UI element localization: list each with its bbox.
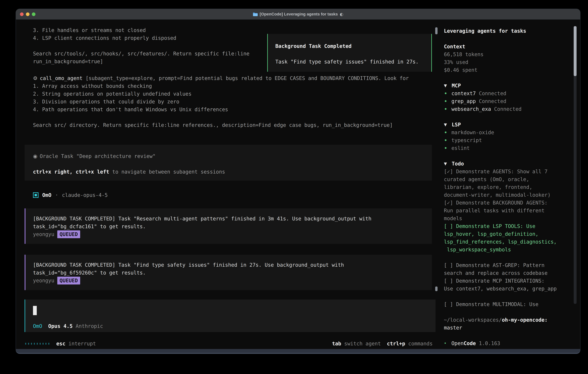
session-title: Leveraging agents for tasks: [444, 27, 526, 35]
todo-line: [ ] Demonstrate AST-GREP: Pattern: [444, 261, 557, 269]
target-icon: ◉: [33, 153, 37, 159]
message-line: task_id="bg_6f59260c" to get results.: [33, 269, 424, 277]
todo-line: [ ] Demonstrate MULTIMODAL: Use: [444, 300, 557, 308]
todo-line: [ ] Demonstrate LSP TOOLS: Use: [444, 222, 557, 230]
esc-key-label: interrupt: [68, 340, 96, 348]
context-header: Context: [444, 43, 465, 51]
git-branch: master: [444, 324, 462, 332]
oracle-hint: ctrl+x right, ctrl+x left to navigate be…: [33, 168, 423, 176]
tool-args: [subagent_type=explore, prompt=Find pote…: [83, 75, 409, 81]
mcp-status: Connected: [479, 98, 506, 104]
path-prefix: ~/local-workspaces/: [444, 317, 502, 323]
folder-icon: [253, 12, 258, 16]
separator-dot: ·: [55, 191, 58, 199]
sidebar: Leveraging agents for tasks Context 66,5…: [435, 20, 580, 349]
esc-key-hint: esc: [56, 340, 65, 348]
bullet-icon: •: [444, 136, 447, 144]
context-tokens: 66,518 tokens: [444, 51, 483, 58]
blank-line: [33, 113, 409, 121]
status-bar: esc interrupt tab switch agent ctrl+p co…: [25, 340, 433, 348]
todo-line: librarian, explore, frontend,: [444, 183, 557, 191]
bullet-icon: •: [444, 90, 447, 97]
chevron-down-icon[interactable]: ▼: [444, 121, 452, 129]
sidebar-scrollbar-track[interactable]: [574, 26, 577, 304]
hint-keys: ctrl+x right, ctrl+x left: [33, 169, 109, 175]
app-window: [OpenCode] Leveraging agents for tasks ◐…: [16, 9, 580, 353]
oracle-header: ◉Oracle Task "Deep architecture review": [33, 152, 423, 160]
titlebar: [OpenCode] Leveraging agents for tasks ◐: [16, 9, 580, 20]
todo-line: Use context7, websearch_exa, grep_app: [444, 285, 557, 292]
tool-args-tail: Search src/ directory. Return specific f…: [33, 121, 409, 129]
task-completed-message: [BACKGROUND TASK COMPLETED] Task "Resear…: [25, 208, 432, 244]
message-meta: yeongyuQUEUED: [33, 230, 424, 238]
prompt-input[interactable]: OmO Opus 4.5 Anthropic: [25, 300, 435, 332]
scrollback-line: run_in_background=true]: [33, 58, 250, 65]
username: yeongyu: [33, 231, 54, 237]
background-task-toast: Background Task Completed Task "Find typ…: [267, 34, 432, 72]
lsp-name: eslint: [452, 144, 470, 152]
todo-line: lsp_find_references, lsp_diagnostics,: [444, 238, 557, 246]
terminal-content: 3. File handles or streams not closed 4.…: [16, 20, 580, 349]
blank-line: [33, 160, 423, 168]
todo-line: [ ] Demonstrate MCP INTEGRATIONS:: [444, 277, 557, 285]
todo-line: lsp_workspace_symbols: [444, 246, 557, 254]
todo-line: models: [444, 215, 557, 222]
status-badge: QUEUED: [57, 277, 80, 284]
lsp-name: typescript: [452, 136, 482, 144]
bullet-icon: •: [444, 129, 447, 136]
blank-line: [444, 292, 557, 300]
tool-arg-item: 1. Array access without bounds checking: [33, 82, 409, 90]
bullet-icon: •: [444, 144, 447, 152]
mcp-name: context7: [452, 91, 476, 96]
app-name: Open: [452, 341, 463, 346]
username: yeongyu: [33, 278, 54, 283]
scrollback-line: 4. LSP client connections not properly d…: [33, 34, 250, 42]
todo-line: curated agents (OmO, oracle,: [444, 176, 557, 183]
chevron-down-icon[interactable]: ▼: [444, 82, 452, 90]
todo-line: [✓] Demonstrate BACKGROUND AGENTS:: [444, 199, 557, 207]
todo-line: lsp_hover, lsp_goto_definition,: [444, 230, 557, 238]
tool-arg-item: 2. String operations on potentially unde…: [33, 90, 409, 98]
lsp-name: markdown-oxide: [452, 129, 494, 136]
window-bottom-edge: [16, 349, 580, 353]
gear-icon: ⚙: [33, 75, 37, 81]
mcp-header-label: MCP: [452, 82, 461, 90]
todo-header-label: Todo: [452, 160, 464, 168]
agent-name: OmO: [42, 191, 51, 199]
message-line: [BACKGROUND TASK COMPLETED] Task "Resear…: [33, 215, 424, 223]
tool-call-line: ⚙call_omo_agent [subagent_type=explore, …: [33, 74, 409, 82]
hint-text: to navigate between subagent sessions: [109, 169, 225, 175]
session-state-icon: ◐: [340, 12, 343, 17]
context-spent: $0.46 spent: [444, 66, 477, 74]
mcp-name: grep_app: [452, 98, 476, 104]
sidebar-scrollbar-thumb[interactable]: [574, 26, 577, 76]
tab-key-hint: tab: [332, 340, 341, 348]
app-version: 1.0.163: [479, 341, 500, 346]
activity-spinner-dots: [25, 343, 49, 345]
chevron-down-icon[interactable]: ▼: [444, 160, 452, 168]
text-cursor: [33, 306, 37, 315]
task-completed-message: [BACKGROUND TASK COMPLETED] Task "Find t…: [25, 255, 432, 290]
oracle-title: Oracle Task "Deep architecture review": [40, 153, 156, 159]
lsp-header-label: LSP: [452, 121, 461, 129]
oracle-task-panel: ◉Oracle Task "Deep architecture review" …: [25, 145, 432, 181]
mcp-name: websearch_exa: [452, 106, 491, 112]
status-bar-right: tab switch agent ctrl+p commands: [332, 340, 433, 348]
todo-line: document-writer, multimodal-looker): [444, 191, 557, 199]
status-badge: QUEUED: [57, 230, 80, 238]
model-name: Opus 4.5: [48, 322, 73, 330]
tool-name: call_omo_agent: [40, 75, 83, 81]
tool-call-block: ⚙call_omo_agent [subagent_type=explore, …: [33, 74, 409, 129]
provider-name: Anthropic: [76, 322, 103, 330]
mcp-status: Connected: [494, 106, 522, 112]
context-used: 33% used: [444, 58, 468, 66]
scrollback-line: 3. File handles or streams not closed: [33, 26, 250, 34]
blank-line: [275, 50, 424, 58]
todo-line: [✓] Demonstrate AGENTS: Show all 7: [444, 168, 557, 176]
bullet-icon: •: [444, 105, 447, 113]
todo-list: [✓] Demonstrate AGENTS: Show all 7 curat…: [444, 168, 557, 308]
message-line: task_id="bg_dcfac161" to get results.: [33, 223, 424, 230]
app-name-bold: Code: [463, 341, 476, 346]
bullet-icon: •: [444, 339, 447, 347]
bullet-icon: •: [444, 97, 447, 105]
